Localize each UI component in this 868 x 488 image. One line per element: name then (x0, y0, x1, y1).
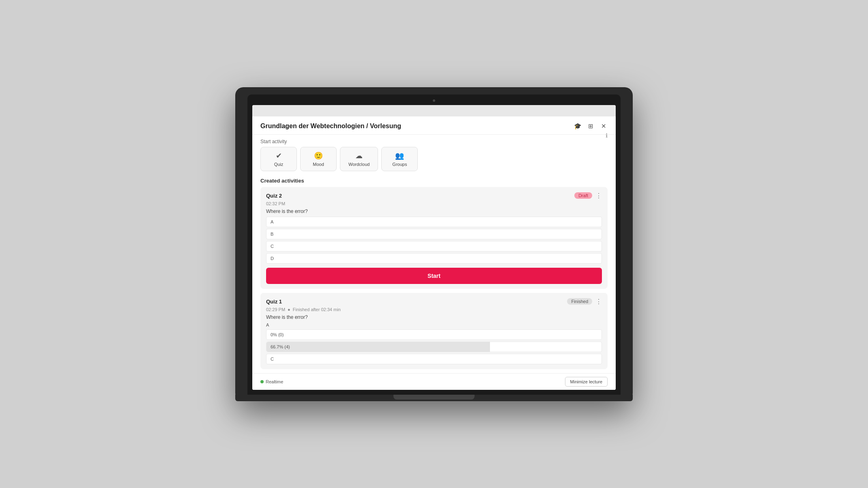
header-icons: 🎓 ⊞ ✕ (574, 122, 608, 130)
quiz1-option-b-text: 66.7% (4) (266, 342, 602, 352)
quiz2-option-a-label: A (271, 219, 273, 224)
quiz1-option-c-label: C (271, 357, 274, 361)
activity-buttons: ✔ Quiz 🙂 Mood ☁ Wordcloud 👥 Groups (252, 147, 616, 175)
wordcloud-activity-button[interactable]: ☁ Wordcloud (340, 147, 378, 171)
quiz1-time: 02:29 PM (266, 307, 285, 312)
quiz2-option-c: C (266, 241, 602, 252)
quiz2-option-d-label: D (271, 256, 274, 261)
quiz1-option-c: C (266, 354, 602, 364)
realtime-dot (260, 380, 264, 383)
mood-icon: 🙂 (314, 151, 323, 160)
quiz1-option-b: 66.7% (4) (266, 342, 602, 352)
minimize-lecture-button[interactable]: Minimize lecture (565, 377, 608, 387)
quiz-button-label: Quiz (274, 162, 284, 167)
start-button[interactable]: Start (266, 268, 602, 284)
quiz-card-1: Quiz 1 Finished ⋮ 02:29 PM ● Finished af… (260, 293, 608, 369)
quiz1-option-a: 0% (0) (266, 329, 602, 340)
groups-activity-button[interactable]: 👥 Groups (381, 147, 418, 171)
laptop-container: Grundlagen der Webtechnologien / Vorlesu… (235, 87, 633, 401)
quiz2-time: 02:32 PM (266, 201, 285, 206)
groups-icon: 👥 (395, 151, 404, 160)
quiz1-finished-text: Finished after 02:34 min (293, 307, 341, 312)
quiz-activity-button[interactable]: ✔ Quiz (260, 147, 297, 171)
quiz2-question: Where is the error? (266, 209, 602, 214)
camera-dot (433, 99, 435, 102)
quiz-card-2: Quiz 2 Draft ⋮ 02:32 PM Where is the err… (260, 187, 608, 289)
quiz1-more-icon[interactable]: ⋮ (595, 298, 602, 305)
quiz1-status-badge: Finished (567, 298, 592, 305)
quiz2-option-d: D (266, 253, 602, 264)
wordcloud-icon: ☁ (355, 151, 363, 160)
groups-button-label: Groups (392, 162, 407, 167)
close-icon[interactable]: ✕ (599, 122, 608, 130)
laptop-stand (393, 395, 475, 400)
laptop-screen: Grundlagen der Webtechnologien / Vorlesu… (252, 105, 616, 390)
app-header: Grundlagen der Webtechnologien / Vorlesu… (252, 116, 616, 135)
mood-activity-button[interactable]: 🙂 Mood (300, 147, 337, 171)
quiz1-option-a-text: 0% (0) (271, 332, 284, 337)
quiz1-title: Quiz 1 (266, 299, 282, 305)
app-title: Grundlagen der Webtechnologien / Vorlesu… (260, 123, 401, 130)
graduation-icon[interactable]: 🎓 (574, 122, 582, 130)
quiz1-header: Quiz 1 Finished ⋮ (266, 298, 602, 305)
mood-button-label: Mood (313, 162, 324, 167)
quiz2-status-badge: Draft (574, 192, 592, 199)
quiz2-header: Quiz 2 Draft ⋮ (266, 192, 602, 200)
quiz2-options: A B C D (266, 217, 602, 264)
quiz2-more-icon[interactable]: ⋮ (595, 192, 602, 200)
quiz1-correct-answer: A (266, 322, 602, 327)
created-activities-label: Created activities (252, 175, 616, 187)
quiz-icon: ✔ (276, 151, 282, 160)
realtime-text: Realtime (266, 379, 283, 384)
start-activity-label: Start activity (252, 135, 616, 147)
quiz2-option-a: A (266, 217, 602, 227)
bottom-bar: Realtime Minimize lecture (252, 373, 616, 390)
wordcloud-button-label: Wordcloud (348, 162, 370, 167)
quiz1-meta: 02:29 PM ● Finished after 02:34 min (266, 307, 602, 312)
quiz1-options: 0% (0) 66.7% (4) C (266, 329, 602, 364)
laptop-base (235, 395, 633, 401)
screen-bezel: Grundlagen der Webtechnologien / Vorlesu… (247, 95, 621, 395)
app-window: Grundlagen der Webtechnologien / Vorlesu… (252, 116, 616, 390)
quiz2-meta: 02:32 PM (266, 201, 602, 206)
realtime-indicator: Realtime (260, 379, 283, 384)
quiz2-option-b-label: B (271, 232, 273, 236)
quiz2-option-c-label: C (271, 244, 274, 249)
quiz2-title: Quiz 2 (266, 193, 282, 199)
quiz1-question: Where is the error? (266, 314, 602, 320)
info-icon[interactable]: ℹ (606, 132, 608, 139)
quiz1-dot: ● (288, 307, 290, 312)
grid-icon[interactable]: ⊞ (587, 122, 595, 130)
screen-top-bar (252, 105, 616, 116)
quiz2-option-b: B (266, 229, 602, 239)
